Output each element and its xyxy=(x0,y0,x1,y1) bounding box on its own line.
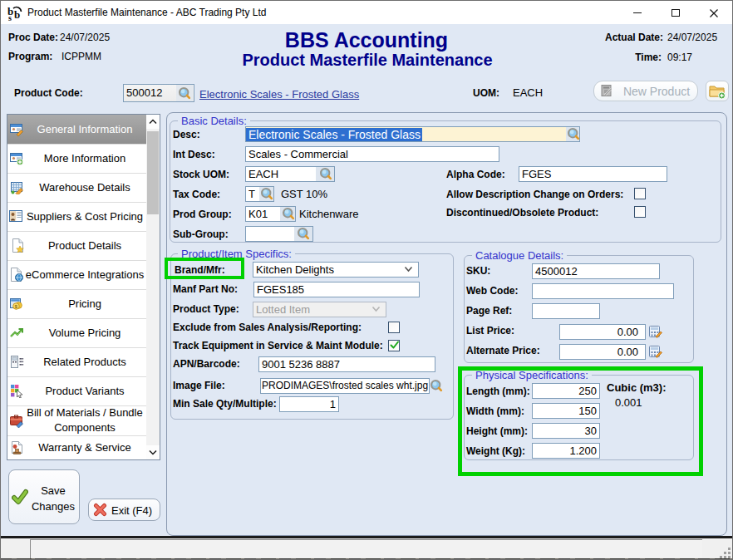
svg-text:$: $ xyxy=(15,304,17,309)
svg-text:b: b xyxy=(14,8,20,21)
svg-text:s: s xyxy=(8,13,12,22)
